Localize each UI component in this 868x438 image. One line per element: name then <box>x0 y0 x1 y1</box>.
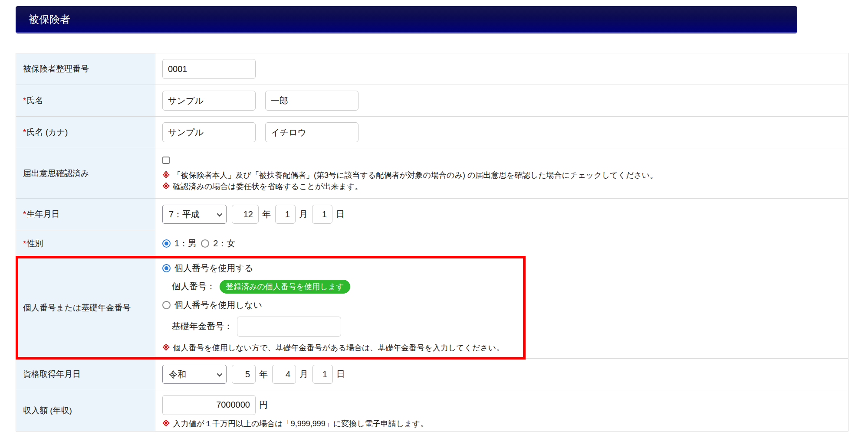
personal-number-sublabel: 個人番号： <box>172 281 215 292</box>
use-personal-number-option[interactable]: 個人番号を使用する <box>162 262 253 274</box>
row-name-kana: * 氏名 (カナ) <box>16 117 848 148</box>
row-income: 収入額 (年収) 円 ※入力値が１千万円以上の場合は「9,999,999」に変換… <box>16 390 848 431</box>
note-marker: ※ <box>162 419 170 428</box>
pension-number-input[interactable] <box>237 317 341 337</box>
insured-person-form: 被保険者整理番号 * 氏名 * 氏名 (カナ) <box>16 53 848 431</box>
birth-day-input[interactable] <box>312 205 332 224</box>
pension-number-line: 基礎年金番号： <box>172 317 341 337</box>
family-name-kana-input[interactable] <box>162 122 256 142</box>
intent-confirmed-checkbox[interactable] <box>162 157 170 164</box>
acquisition-date-label: 資格取得年月日 <box>16 359 155 390</box>
yen-unit: 円 <box>259 399 268 411</box>
intent-notes: ※「被保険者本人」及び「被扶養配偶者」(第3号に該当する配偶者が対象の場合のみ)… <box>162 170 658 192</box>
gender-label: * 性別 <box>16 230 155 257</box>
month-unit: 月 <box>299 369 308 380</box>
not-use-personal-number-option[interactable]: 個人番号を使用しない <box>162 299 262 311</box>
income-cell: 円 ※入力値が１千万円以上の場合は「9,999,999」に変換し電子申請します。 <box>155 390 848 431</box>
pension-number-sublabel: 基礎年金番号： <box>172 320 233 332</box>
gender-option-male[interactable]: 1：男 <box>162 238 197 249</box>
required-mark: * <box>23 96 26 105</box>
personal-number-cell: 個人番号を使用する 個人番号： 登録済みの個人番号を使用します 個人番号を使用し… <box>155 257 848 358</box>
note-marker: ※ <box>162 343 170 352</box>
acquisition-day-input[interactable] <box>312 365 333 384</box>
radio-unselected-icon[interactable] <box>162 301 171 309</box>
note-line: ※入力値が１千万円以上の場合は「9,999,999」に変換し電子申請します。 <box>162 418 428 429</box>
required-mark: * <box>23 209 26 219</box>
name-kana-cell <box>155 117 848 148</box>
section-header: 被保険者 <box>16 6 797 34</box>
birth-era-select[interactable]: 7：平成 <box>162 205 227 224</box>
day-unit: 日 <box>336 369 345 380</box>
year-unit: 年 <box>262 209 271 220</box>
required-mark: * <box>23 239 26 248</box>
note-line: ※「被保険者本人」及び「被扶養配偶者」(第3号に該当する配偶者が対象の場合のみ)… <box>162 170 658 181</box>
family-name-input[interactable] <box>162 91 256 111</box>
name-label: * 氏名 <box>16 85 155 116</box>
note-line: ※個人番号を使用しない方で、基礎年金番号がある場合は、基礎年金番号を入力してくだ… <box>162 342 504 353</box>
gender-cell: 1：男 2：女 <box>155 230 848 257</box>
name-kana-label: * 氏名 (カナ) <box>16 117 155 148</box>
acquisition-year-input[interactable] <box>232 365 256 384</box>
row-personal-number: 個人番号または基礎年金番号 個人番号を使用する 個人番号： 登録済みの個人番号を… <box>16 257 848 359</box>
personal-number-status-badge: 登録済みの個人番号を使用します <box>220 280 350 294</box>
income-label: 収入額 (年収) <box>16 390 155 431</box>
intent-confirmed-cell: ※「被保険者本人」及び「被扶養配偶者」(第3号に該当する配偶者が対象の場合のみ)… <box>155 148 848 198</box>
intent-confirmed-label: 届出意思確認済み <box>16 148 155 198</box>
personal-number-label: 個人番号または基礎年金番号 <box>16 257 155 358</box>
note-marker: ※ <box>162 182 170 191</box>
row-gender: * 性別 1：男 2：女 <box>16 230 848 257</box>
given-name-kana-input[interactable] <box>265 122 358 142</box>
row-intent-confirmed: 届出意思確認済み ※「被保険者本人」及び「被扶養配偶者」(第3号に該当する配偶者… <box>16 148 848 199</box>
birth-year-input[interactable] <box>232 205 259 224</box>
insured-number-input[interactable] <box>162 59 256 79</box>
note-line: ※確認済みの場合は委任状を省略することが出来ます。 <box>162 181 658 192</box>
gender-option-female[interactable]: 2：女 <box>201 238 235 249</box>
row-insured-number: 被保険者整理番号 <box>16 53 848 85</box>
insured-number-label: 被保険者整理番号 <box>16 53 155 85</box>
page: 被保険者 被保険者整理番号 * 氏名 * <box>0 0 868 431</box>
year-unit: 年 <box>259 369 268 380</box>
row-birth-date: * 生年月日 7：平成 年 月 日 <box>16 199 848 230</box>
required-mark: * <box>23 127 26 137</box>
personal-number-line: 個人番号： 登録済みの個人番号を使用します <box>172 280 350 294</box>
radio-selected-icon[interactable] <box>162 239 171 248</box>
day-unit: 日 <box>336 209 345 220</box>
given-name-input[interactable] <box>265 91 358 111</box>
chevron-down-icon <box>217 211 223 216</box>
row-name: * 氏名 <box>16 85 848 117</box>
radio-unselected-icon[interactable] <box>201 239 209 248</box>
acquisition-date-cell: 令和 年 月 日 <box>155 359 848 390</box>
insured-number-cell <box>155 53 848 85</box>
acquisition-era-select[interactable]: 令和 <box>162 365 227 384</box>
chevron-down-icon <box>217 371 223 376</box>
month-unit: 月 <box>299 209 308 220</box>
note-marker: ※ <box>162 171 170 180</box>
birth-date-cell: 7：平成 年 月 日 <box>155 199 848 230</box>
radio-selected-icon[interactable] <box>162 264 171 272</box>
row-acquisition-date: 資格取得年月日 令和 年 月 日 <box>16 359 848 390</box>
birth-month-input[interactable] <box>275 205 296 224</box>
name-cell <box>155 85 848 116</box>
birth-date-label: * 生年月日 <box>16 199 155 230</box>
acquisition-month-input[interactable] <box>272 365 296 384</box>
page-title: 被保険者 <box>29 13 70 26</box>
income-input[interactable] <box>162 395 256 415</box>
